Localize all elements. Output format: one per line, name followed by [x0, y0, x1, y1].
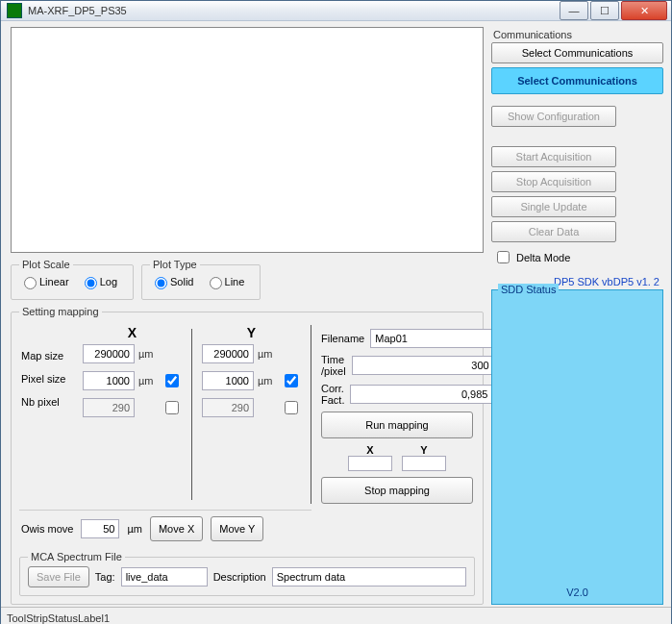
maximize-button[interactable]: ☐ — [590, 1, 619, 20]
setting-mapping-group: Setting mapping Map size Pixel size Nb p… — [11, 306, 484, 605]
single-update-button[interactable]: Single Update — [491, 196, 616, 217]
tag-label: Tag: — [95, 571, 115, 583]
label-mapsize: Map size — [21, 350, 75, 362]
plot-type-group: Plot Type Solid Line — [141, 259, 261, 300]
owis-value-input[interactable] — [81, 519, 119, 538]
row-labels: Map size Pixel size Nb pixel — [21, 325, 75, 504]
setting-legend: Setting mapping — [19, 306, 102, 317]
clear-data-button[interactable]: Clear Data — [491, 221, 616, 242]
mca-legend: MCA Spectrum File — [28, 551, 125, 562]
desc-label: Description — [213, 571, 266, 583]
sdd-legend: SDD Status — [498, 284, 559, 295]
y-coord-input[interactable] — [402, 456, 446, 471]
owis-label: Owis move — [21, 523, 73, 535]
save-file-button[interactable]: Save File — [28, 566, 89, 587]
window-title: MA-XRF_DP5_PS35 — [28, 5, 560, 16]
corr-label: Corr. Fact. — [321, 383, 344, 406]
app-icon — [7, 3, 22, 18]
time-input[interactable] — [352, 356, 494, 375]
plot-canvas — [11, 27, 484, 253]
plot-scale-group: Plot Scale Linear Log — [11, 259, 134, 300]
plot-scale-legend: Plot Scale — [19, 259, 73, 270]
divider — [191, 329, 192, 500]
y-pixelsize-check[interactable] — [285, 374, 298, 387]
sdd-status-panel: SDD Status V2.0 — [491, 289, 663, 605]
select-comm-big-button[interactable]: Select Communications — [491, 67, 663, 94]
y-coord-label: Y — [420, 444, 427, 456]
tag-input[interactable] — [121, 567, 208, 587]
select-comm-button[interactable]: Select Communications — [491, 42, 663, 63]
client-area: Plot Scale Linear Log Plot Type Solid Li… — [1, 21, 671, 624]
minimize-button[interactable]: — — [560, 1, 588, 20]
x-pixelsize-check[interactable] — [165, 374, 179, 387]
show-config-button[interactable]: Show Configuration — [491, 106, 616, 127]
desc-input[interactable] — [272, 567, 466, 587]
y-nbpixel-input[interactable] — [202, 398, 254, 417]
radio-log[interactable]: Log — [80, 274, 117, 289]
corr-input[interactable] — [350, 385, 492, 404]
status-bar: ToolStripStatusLabel1 — [1, 607, 671, 624]
delta-mode-check[interactable]: Delta Mode — [493, 248, 663, 266]
radio-line[interactable]: Line — [205, 274, 245, 289]
window-controls: — ☐ ✕ — [560, 1, 667, 20]
x-head: X — [83, 325, 182, 340]
stop-acq-button[interactable]: Stop Acquisition — [491, 171, 616, 192]
owis-unit: µm — [127, 523, 142, 535]
mca-group: MCA Spectrum File Save File Tag: Descrip… — [19, 551, 475, 596]
divider — [311, 325, 311, 504]
close-button[interactable]: ✕ — [621, 1, 667, 20]
y-head: Y — [202, 325, 301, 340]
move-x-button[interactable]: Move X — [150, 516, 203, 541]
y-nbpixel-check[interactable] — [285, 401, 298, 414]
x-pixelsize-input[interactable] — [83, 371, 135, 390]
plot-type-legend: Plot Type — [150, 259, 200, 270]
x-coord-input[interactable] — [348, 456, 392, 471]
move-y-button[interactable]: Move Y — [211, 516, 263, 541]
x-mapsize-input[interactable] — [83, 344, 135, 363]
radio-linear[interactable]: Linear — [19, 274, 69, 289]
stop-mapping-button[interactable]: Stop mapping — [321, 477, 473, 504]
label-pixelsize: Pixel size — [21, 373, 75, 385]
label-nbpixel: Nb pixel — [21, 396, 75, 408]
x-coord-label: X — [366, 444, 373, 456]
y-pixelsize-input[interactable] — [202, 371, 254, 390]
version-label: V2.0 — [492, 587, 662, 598]
y-mapsize-input[interactable] — [202, 344, 254, 363]
x-nbpixel-check[interactable] — [165, 401, 179, 414]
filename-label: Filename — [321, 333, 364, 344]
start-acq-button[interactable]: Start Acquisition — [491, 146, 616, 167]
radio-solid[interactable]: Solid — [150, 274, 193, 289]
titlebar: MA-XRF_DP5_PS35 — ☐ ✕ — [1, 1, 671, 21]
comm-header: Communications — [493, 29, 663, 40]
app-window: MA-XRF_DP5_PS35 — ☐ ✕ Plot Scale Linear … — [0, 0, 672, 624]
run-mapping-button[interactable]: Run mapping — [321, 412, 473, 438]
time-label: Time /pixel — [321, 354, 346, 377]
x-nbpixel-input[interactable] — [83, 398, 135, 417]
